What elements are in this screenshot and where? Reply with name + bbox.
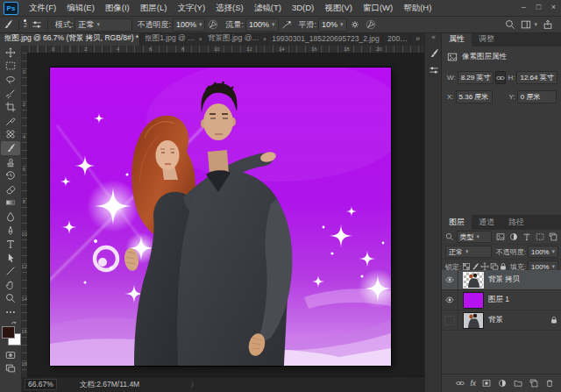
layer-opacity-select[interactable]: 100% <box>528 246 558 258</box>
tab-close-icon[interactable]: × <box>263 35 267 43</box>
blur-tool[interactable] <box>1 210 20 224</box>
layer-thumbnail[interactable] <box>463 312 484 329</box>
layer-row-layer1[interactable]: 图层 1 <box>442 290 561 310</box>
visibility-eye-toggle-off[interactable] <box>442 310 458 330</box>
menu-filter[interactable]: 滤镜(T) <box>249 0 287 16</box>
status-options-chevron-icon[interactable]: 〉 <box>190 380 198 390</box>
clone-stamp-tool[interactable] <box>1 155 20 169</box>
link-layers-icon[interactable] <box>454 378 465 388</box>
type-tool[interactable] <box>1 237 20 251</box>
screen-mode-button[interactable] <box>1 361 20 375</box>
new-adjustment-layer-icon[interactable] <box>496 378 508 388</box>
flow-select[interactable]: 100% <box>245 18 279 32</box>
horizontal-ruler[interactable]: 02468101214161820 <box>21 46 424 53</box>
clone-source-panel-icon[interactable] <box>426 62 441 77</box>
tab-layers[interactable]: 图层 <box>442 215 472 230</box>
crop-tool[interactable] <box>1 100 20 114</box>
hand-tool[interactable] <box>1 278 20 292</box>
gradient-tool[interactable] <box>1 196 20 210</box>
healing-brush-tool[interactable] <box>1 128 20 142</box>
share-icon[interactable] <box>540 18 556 32</box>
document-tab[interactable]: 19930301_185220695723_2.jpg × <box>267 32 383 46</box>
add-layer-mask-icon[interactable] <box>480 378 492 388</box>
delete-layer-trash-icon[interactable] <box>543 378 555 388</box>
vertical-ruler[interactable]: 024681012141618 <box>21 53 28 377</box>
layer-thumbnail[interactable] <box>463 272 484 289</box>
workspace-switcher[interactable] <box>518 18 540 32</box>
filter-shape-layers-icon[interactable] <box>534 232 545 242</box>
document-tab-active[interactable]: 抠图.jpg @ 66.7% (背景 拷贝, RGB/8#) * × <box>0 32 140 46</box>
canvas-pasteboard[interactable] <box>27 53 424 377</box>
document-tab[interactable]: 背景图.jpg @… × <box>203 32 267 46</box>
menu-type[interactable]: 文字(Y) <box>172 0 210 16</box>
tab-close-icon[interactable]: × <box>199 35 203 43</box>
close-button[interactable]: × <box>546 0 561 16</box>
blend-mode-select[interactable]: 正常 <box>75 18 132 32</box>
height-field[interactable]: 12.64 英寸 <box>516 71 557 84</box>
menu-select[interactable]: 选择(S) <box>210 0 249 16</box>
shape-tool[interactable] <box>1 265 20 279</box>
toggle-brush-panel-button[interactable] <box>29 18 45 32</box>
menu-file[interactable]: 文件(F) <box>24 0 61 16</box>
menu-window[interactable]: 窗口(W) <box>358 0 398 16</box>
history-brush-tool[interactable] <box>1 168 20 182</box>
pen-tool[interactable] <box>1 224 20 238</box>
new-group-folder-icon[interactable] <box>512 378 523 388</box>
layer-style-fx-button[interactable]: fx <box>470 379 476 388</box>
filter-search-icon[interactable] <box>445 232 454 241</box>
filter-type-layers-icon[interactable] <box>521 232 532 242</box>
visibility-eye-icon[interactable] <box>442 290 458 310</box>
new-layer-icon[interactable] <box>528 378 539 388</box>
visibility-eye-icon[interactable] <box>442 270 458 289</box>
document-canvas[interactable] <box>50 68 391 366</box>
airbrush-button[interactable] <box>279 18 295 32</box>
zoom-level-field[interactable]: 66.67% <box>25 379 57 390</box>
pressure-opacity-button[interactable] <box>205 18 221 32</box>
tab-properties[interactable]: 属性 <box>442 32 472 46</box>
layer-row-background[interactable]: 背景 <box>442 310 561 331</box>
photoshop-logo[interactable]: Ps <box>4 2 18 15</box>
tab-paths[interactable]: 路径 <box>501 215 531 230</box>
marquee-tool[interactable] <box>1 60 20 74</box>
search-icon[interactable] <box>502 18 518 32</box>
opacity-select[interactable]: 100% <box>173 18 206 32</box>
expand-panels-chevron-icon[interactable]: « <box>431 33 435 42</box>
quick-mask-button[interactable] <box>1 348 20 362</box>
path-selection-tool[interactable] <box>1 251 20 265</box>
brush-preset-picker[interactable]: 2 <box>22 18 29 32</box>
menu-3d[interactable]: 3D(D) <box>287 0 319 16</box>
eraser-tool[interactable] <box>1 182 20 196</box>
tab-adjustments[interactable]: 调整 <box>472 32 501 46</box>
filter-adjustment-layers-icon[interactable] <box>508 232 519 242</box>
tab-overflow-chevron[interactable]: » <box>411 32 424 46</box>
tool-preset-picker[interactable] <box>0 18 16 32</box>
width-field[interactable]: 8.29 英寸 <box>458 71 494 84</box>
smoothing-select[interactable]: 10% <box>318 18 347 32</box>
x-field[interactable]: 5.36 厘米 <box>456 90 493 103</box>
menu-help[interactable]: 帮助(H) <box>398 0 437 16</box>
foreground-color-swatch[interactable] <box>2 326 15 339</box>
filter-kind-select[interactable]: 类型 <box>457 231 492 243</box>
minimize-button[interactable]: – <box>516 0 531 16</box>
layer-row-background-copy[interactable]: 背景 拷贝 <box>442 270 561 290</box>
magic-wand-tool[interactable] <box>1 87 20 101</box>
menu-edit[interactable]: 编辑(E) <box>61 0 100 16</box>
brush-tool[interactable] <box>1 141 20 155</box>
move-tool[interactable] <box>1 46 20 60</box>
maximize-button[interactable]: □ <box>531 0 546 16</box>
document-tab[interactable]: 200… <box>383 32 411 46</box>
filter-smart-objects-icon[interactable] <box>547 232 558 242</box>
eyedropper-tool[interactable] <box>1 114 20 128</box>
menu-image[interactable]: 图像(I) <box>100 0 135 16</box>
zoom-tool[interactable] <box>1 292 20 306</box>
lasso-tool[interactable] <box>1 73 20 87</box>
filter-pixel-layers-icon[interactable] <box>494 232 506 242</box>
brush-settings-panel-icon[interactable] <box>426 46 441 61</box>
menu-view[interactable]: 视图(V) <box>319 0 358 16</box>
document-tab[interactable]: 抠图1.jpg @ … × <box>140 32 203 46</box>
y-field[interactable]: 0 厘米 <box>517 90 557 103</box>
layer-blend-mode-select[interactable]: 正常 <box>445 246 492 258</box>
layer-thumbnail[interactable] <box>463 292 484 309</box>
link-dimensions-icon[interactable] <box>495 71 506 84</box>
menu-layer[interactable]: 图层(L) <box>135 0 173 16</box>
